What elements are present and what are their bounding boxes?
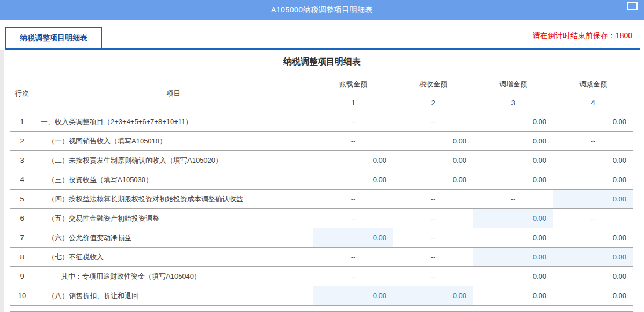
amount-cell-na: --: [313, 112, 393, 132]
header-col-3: 3: [473, 93, 553, 112]
amount-cell: 0.00: [553, 267, 633, 286]
table-row: 8（七）不征税收入----0.000.00: [10, 248, 633, 267]
row-item-label: （七）不征税收入: [34, 248, 313, 267]
row-item-label: （二）未按权责发生制原则确认的收入（填写A105020）: [34, 151, 313, 170]
amount-input-cell[interactable]: 0.00: [553, 190, 633, 209]
amount-cell-na: --: [393, 209, 473, 228]
row-number: 3: [10, 151, 34, 170]
amount-cell: 0.00: [473, 228, 553, 248]
amount-input-cell[interactable]: 0.00: [473, 209, 553, 228]
amount-cell: 0.00: [473, 112, 553, 132]
amount-cell: 0.00: [553, 286, 633, 306]
table-row: 5（四）按权益法核算长期股权投资对初始投资成本调整确认收益------0.00: [10, 190, 633, 209]
table-row: 6（五）交易性金融资产初始投资调整----0.00--: [10, 209, 633, 228]
amount-cell: 0.00: [473, 151, 553, 170]
amount-cell-na: --: [313, 267, 393, 286]
row-number: 1: [10, 112, 34, 132]
header-col-4: 4: [553, 93, 633, 112]
amount-cell-na: --: [393, 190, 473, 209]
table-body: 1一、收入类调整项目（2+3+4+5+6+7+8+10+11）----0.000…: [10, 112, 633, 312]
amount-cell: 0.00: [473, 170, 553, 190]
row-number: 10: [10, 286, 34, 306]
row-item-label: （五）交易性金融资产初始投资调整: [34, 209, 313, 228]
header-book-amount: 账载金额: [313, 75, 393, 93]
amount-cell-na: --: [313, 190, 393, 209]
amount-input-cell[interactable]: 0.00: [313, 286, 393, 306]
row-number: 7: [10, 228, 34, 248]
amount-cell: 0.00: [393, 151, 473, 170]
amount-cell: 0.00: [313, 170, 393, 190]
row-number: 4: [10, 170, 34, 190]
amount-cell: 0.00: [473, 132, 553, 151]
amount-cell-na: --: [553, 132, 633, 151]
amount-cell: 0.00: [473, 286, 553, 306]
amount-cell-na: --: [393, 248, 473, 267]
row-item-label: （三）投资收益（填写A105030）: [34, 170, 313, 190]
amount-cell: 0.00: [553, 170, 633, 190]
header-col-2: 2: [393, 93, 473, 112]
window-title: A105000纳税调整项目明细表: [271, 5, 373, 15]
amount-cell: 0.00: [393, 132, 473, 151]
tax-adjustment-table: 行次 项目 账载金额 税收金额 调增金额 调减金额 1 2 3 4 1一、收入类…: [10, 75, 633, 312]
header-item: 项目: [34, 75, 313, 112]
amount-cell: 0.00: [553, 112, 633, 132]
amount-cell-na: --: [313, 209, 393, 228]
amount-cell: 0.00: [553, 228, 633, 248]
amount-input-cell[interactable]: 0.00: [393, 286, 473, 306]
amount-cell-na: --: [313, 132, 393, 151]
amount-cell-na: --: [393, 228, 473, 248]
amount-input-cell[interactable]: 0.00: [313, 228, 393, 248]
row-number: 8: [10, 248, 34, 267]
row-item-label: 一、收入类调整项目（2+3+4+5+6+7+8+10+11）: [34, 112, 313, 132]
maximize-icon[interactable]: [627, 2, 638, 10]
row-number: 6: [10, 209, 34, 228]
row-item-label: （一）视同销售收入（填写A105010）: [34, 132, 313, 151]
table-row: 7（六）公允价值变动净损益0.00--0.000.00: [10, 228, 633, 248]
header-row-no: 行次: [10, 75, 34, 112]
row-item-label: （四）按权益法核算长期股权投资对初始投资成本调整确认收益: [34, 190, 313, 209]
table-row: 10（八）销售折扣、折让和退回0.000.000.000.00: [10, 286, 633, 306]
table-row: 3（二）未按权责发生制原则确认的收入（填写A105020）0.000.000.0…: [10, 151, 633, 170]
amount-cell-na: --: [393, 267, 473, 286]
form-title: 纳税调整项目明细表: [0, 56, 644, 68]
amount-cell: 0.00: [393, 170, 473, 190]
header-decrease-amount: 调减金额: [553, 75, 633, 93]
amount-cell-na: --: [393, 112, 473, 132]
row-item-label: （八）销售折扣、折让和退回: [34, 286, 313, 306]
amount-cell-na: --: [553, 209, 633, 228]
table-row: 9其中：专项用途财政性资金（填写A105040）----0.000.00: [10, 267, 633, 286]
window-titlebar: A105000纳税调整项目明细表: [0, 0, 644, 20]
amount-input-cell[interactable]: 0.00: [553, 248, 633, 267]
header-increase-amount: 调增金额: [473, 75, 553, 93]
header-tax-amount: 税收金额: [393, 75, 473, 93]
amount-cell: 0.00: [473, 267, 553, 286]
row-number: 5: [10, 190, 34, 209]
table-row-partial: [10, 306, 633, 312]
tab-underline: [5, 48, 640, 50]
page-left-edge: [0, 20, 4, 312]
row-number: 9: [10, 267, 34, 286]
row-number: 2: [10, 132, 34, 151]
amount-input-cell[interactable]: 0.00: [473, 248, 553, 267]
amount-cell: 0.00: [553, 151, 633, 170]
table-row: 2（一）视同销售收入（填写A105010）--0.000.00--: [10, 132, 633, 151]
amount-cell-na: --: [313, 248, 393, 267]
amount-cell: 0.00: [313, 151, 393, 170]
tab-tax-adjustment-detail[interactable]: 纳税调整项目明细表: [5, 27, 102, 48]
row-item-label: （六）公允价值变动净损益: [34, 228, 313, 248]
table-row: 1一、收入类调整项目（2+3+4+5+6+7+8+10+11）----0.000…: [10, 112, 633, 132]
row-item-label: 其中：专项用途财政性资金（填写A105040）: [34, 267, 313, 286]
countdown-save-notice: 请在倒计时结束前保存：1800: [533, 31, 632, 41]
header-col-1: 1: [313, 93, 393, 112]
table-row: 4（三）投资收益（填写A105030）0.000.000.000.00: [10, 170, 633, 190]
amount-cell-na: --: [473, 190, 553, 209]
tab-bar: 纳税调整项目明细表 请在倒计时结束前保存：1800: [0, 20, 644, 50]
